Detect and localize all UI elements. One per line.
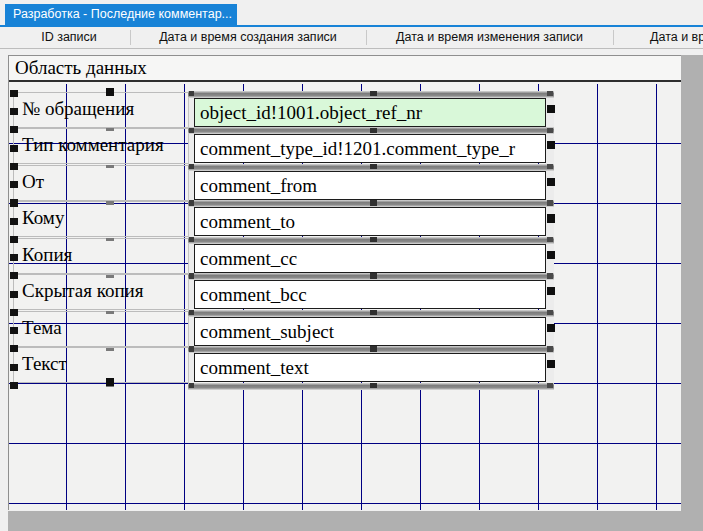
selection-handles-labels-left[interactable]	[10, 90, 18, 390]
column-header-id[interactable]: ID записи	[8, 27, 130, 48]
field-label[interactable]: Кому	[13, 201, 194, 237]
tab-bar: Разработка - Последние комментар...	[0, 0, 703, 27]
field-label[interactable]: От	[13, 165, 194, 201]
field-label[interactable]: Текст	[13, 347, 194, 383]
column-header-clipped[interactable]: Дата и вр	[613, 27, 703, 48]
column-header-modified[interactable]: Дата и время изменения записи	[366, 27, 613, 48]
field-list-header: ID записи Дата и время создания записи Д…	[0, 27, 703, 48]
band-header[interactable]: Область данных	[9, 56, 681, 82]
horizontal-scrollbar-area[interactable]	[8, 511, 703, 531]
vertical-scrollbar-area[interactable]	[681, 55, 703, 531]
selection-handles-labels-center[interactable]	[106, 92, 114, 388]
column-header-created[interactable]: Дата и время создания записи	[130, 27, 366, 48]
field-label[interactable]: № обращения	[13, 92, 194, 128]
selection-handles-fields-right[interactable]	[547, 105, 555, 390]
header-divider-line	[0, 48, 703, 49]
selection-handle[interactable]	[106, 378, 114, 386]
field-label[interactable]: Копия	[13, 238, 194, 274]
selection-handles-fields-left[interactable]	[189, 91, 194, 390]
band-title: Область данных	[15, 57, 147, 78]
field-label[interactable]: Тема	[13, 311, 194, 347]
design-surface[interactable]: Область данных № обращения Тип комментар…	[8, 55, 681, 510]
tab-development[interactable]: Разработка - Последние комментар...	[5, 4, 237, 25]
field-label[interactable]: Скрытая копия	[13, 274, 194, 310]
field-label[interactable]: Тип комментария	[13, 128, 194, 164]
selection-handles-bars-center[interactable]	[370, 91, 377, 390]
selection-handle[interactable]	[106, 88, 114, 96]
